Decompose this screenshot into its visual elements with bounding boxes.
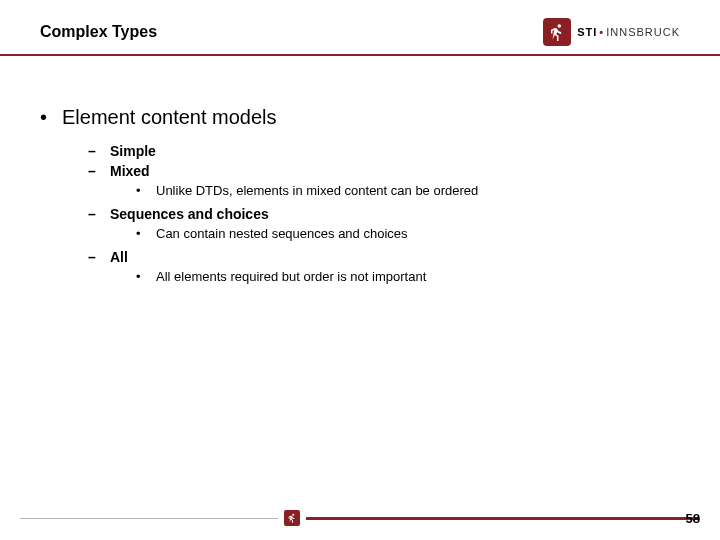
- bullet-l3: • All elements required but order is not…: [136, 269, 680, 284]
- bullet-l2: – All: [88, 249, 680, 265]
- bullet-l2: – Simple: [88, 143, 680, 159]
- brand-logo: STI•INNSBRUCK: [543, 18, 680, 46]
- content: • Element content models – Simple – Mixe…: [0, 56, 720, 284]
- runner-icon: [284, 510, 300, 526]
- brand-text-bold: STI: [577, 26, 597, 38]
- svg-point-1: [293, 514, 295, 516]
- bullet-dot-icon: •: [136, 226, 156, 241]
- footer-thin-rule: [20, 518, 278, 519]
- footer: 58: [0, 510, 720, 526]
- footer-logo: [284, 510, 300, 526]
- slide-title: Complex Types: [40, 23, 157, 41]
- footer-thick-rule: [306, 517, 700, 520]
- bullet-dash-icon: –: [88, 143, 110, 159]
- l2-text: Simple: [110, 143, 156, 159]
- l3-text: Unlike DTDs, elements in mixed content c…: [156, 183, 478, 198]
- svg-point-0: [558, 24, 562, 28]
- brand-text: STI•INNSBRUCK: [577, 26, 680, 38]
- slide: Complex Types STI•INNSBRUCK • Element co…: [0, 0, 720, 540]
- l3-text: Can contain nested sequences and choices: [156, 226, 408, 241]
- l1-text: Element content models: [62, 106, 277, 129]
- page-number: 58: [686, 511, 700, 526]
- bullet-l3: • Can contain nested sequences and choic…: [136, 226, 680, 241]
- bullet-l1: • Element content models: [40, 106, 680, 129]
- bullet-dot-icon: •: [136, 183, 156, 198]
- l2-text: Mixed: [110, 163, 150, 179]
- brand-text-rest: INNSBRUCK: [606, 26, 680, 38]
- l2-text: Sequences and choices: [110, 206, 269, 222]
- bullet-l3: • Unlike DTDs, elements in mixed content…: [136, 183, 680, 198]
- bullet-dash-icon: –: [88, 163, 110, 179]
- runner-icon: [543, 18, 571, 46]
- brand-dot-icon: •: [599, 26, 604, 38]
- header: Complex Types STI•INNSBRUCK: [0, 0, 720, 54]
- l3-text: All elements required but order is not i…: [156, 269, 426, 284]
- bullet-l2: – Mixed: [88, 163, 680, 179]
- bullet-dot-icon: •: [136, 269, 156, 284]
- bullet-l2: – Sequences and choices: [88, 206, 680, 222]
- l2-text: All: [110, 249, 128, 265]
- bullet-dash-icon: –: [88, 206, 110, 222]
- bullet-dot-icon: •: [40, 106, 62, 129]
- footer-line: [20, 510, 700, 526]
- bullet-dash-icon: –: [88, 249, 110, 265]
